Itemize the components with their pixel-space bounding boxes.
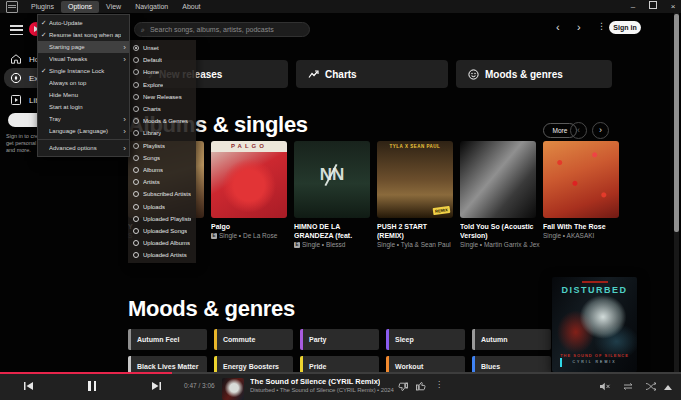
window-controls: – × bbox=[627, 0, 679, 13]
menu-item-single-instance-lock[interactable]: ✓ Single Instance Lock bbox=[38, 65, 129, 77]
mood-chip[interactable]: Commute bbox=[214, 329, 293, 350]
header-overflow-menu-icon[interactable]: ⋮ bbox=[597, 21, 606, 31]
library-icon bbox=[10, 94, 22, 106]
now-playing-subtitle[interactable]: Disturbed • The Sound of Silence (CYRIL … bbox=[250, 387, 394, 393]
album-art[interactable] bbox=[543, 141, 619, 218]
submenu-item-artists[interactable]: Artists bbox=[128, 176, 196, 188]
repeat-icon[interactable] bbox=[622, 382, 634, 391]
moods-section-title: Moods & genres bbox=[128, 296, 295, 322]
now-playing-artwork-popup[interactable]: DISTURBED THE SOUND OF SILENCE CYRIL REM… bbox=[552, 277, 637, 372]
albums-prev-button[interactable]: ‹ bbox=[570, 122, 587, 139]
menu-item-auto-update[interactable]: ✓ Auto-Update bbox=[38, 17, 129, 29]
expand-player-button[interactable] bbox=[664, 385, 672, 390]
signin-label: Sign in bbox=[613, 24, 636, 31]
search-input[interactable]: ⌕ Search songs, albums, artists, podcast… bbox=[134, 22, 310, 37]
artwork-decoration bbox=[560, 358, 562, 367]
mood-chip[interactable]: Sleep bbox=[386, 329, 465, 350]
submenu-item-albums[interactable]: Albums bbox=[128, 164, 196, 176]
volume-icon[interactable] bbox=[600, 382, 611, 391]
album-card[interactable]: Told You So (Acoustic Version) Single • … bbox=[460, 141, 539, 248]
menu-item-hide-menu[interactable]: Hide Menu bbox=[38, 89, 129, 101]
options-menu: ✓ Auto-Update ✓ Resume last song when ap… bbox=[37, 14, 130, 157]
search-placeholder: Search songs, albums, artists, podcasts bbox=[150, 26, 274, 33]
submenu-item-library[interactable]: Library bbox=[128, 127, 196, 139]
scrollbar-track[interactable] bbox=[674, 13, 679, 400]
next-track-button[interactable] bbox=[152, 381, 161, 391]
radio-icon bbox=[133, 167, 139, 173]
scrollbar-thumb[interactable] bbox=[674, 14, 679, 232]
menu-item-language[interactable]: Language (Language) › bbox=[38, 125, 129, 137]
submenu-item-uploads[interactable]: Uploads bbox=[128, 200, 196, 212]
pause-button[interactable] bbox=[88, 381, 96, 391]
submenu-item-home[interactable]: Home bbox=[128, 66, 196, 78]
submenu-item-new-releases[interactable]: New Releases bbox=[128, 91, 196, 103]
menubar-item-plugins[interactable]: Plugins bbox=[24, 1, 61, 13]
submenu-item-charts[interactable]: Charts bbox=[128, 103, 196, 115]
maximize-button[interactable] bbox=[647, 0, 659, 13]
app-icon bbox=[6, 1, 18, 13]
menu-item-start-at-login[interactable]: Start at login bbox=[38, 101, 129, 113]
menu-item-visual-tweaks[interactable]: Visual Tweaks › bbox=[38, 53, 129, 65]
submenu-item-songs[interactable]: Songs bbox=[128, 152, 196, 164]
submenu-item-label: Uploaded Artists bbox=[143, 252, 187, 258]
menu-item-starting-page[interactable]: Starting page › bbox=[38, 41, 129, 53]
previous-track-button[interactable] bbox=[24, 381, 33, 391]
album-card[interactable]: PALGO Palgo E Single • De La Rose bbox=[211, 141, 290, 239]
menu-item-always-on-top[interactable]: Always on top bbox=[38, 77, 129, 89]
album-art[interactable]: NN bbox=[294, 141, 370, 218]
albums-next-button[interactable]: › bbox=[592, 122, 609, 139]
category-button-charts[interactable]: Charts bbox=[296, 60, 448, 88]
mood-chip[interactable]: Autumn Feel bbox=[128, 329, 207, 350]
menubar-item-navigation[interactable]: Navigation bbox=[128, 1, 175, 13]
now-playing-title[interactable]: The Sound of Silence (CYRIL Remix) bbox=[250, 377, 380, 386]
submenu-item-uploaded-songs[interactable]: Uploaded Songs bbox=[128, 225, 196, 237]
now-playing-thumbnail[interactable] bbox=[222, 378, 244, 400]
submenu-item-playlists[interactable]: Playlists bbox=[128, 140, 196, 152]
album-art[interactable]: PALGO bbox=[211, 141, 287, 218]
submenu-item-label: Uploaded Playlists bbox=[143, 216, 191, 222]
submenu-item-uploaded-artists[interactable]: Uploaded Artists bbox=[128, 249, 196, 261]
album-card[interactable]: TYLA X SEAN PAUL REMIX PUSH 2 START (REM… bbox=[377, 141, 456, 248]
album-title: Palgo bbox=[211, 222, 289, 231]
shuffle-icon[interactable] bbox=[645, 382, 657, 391]
menu-item-tray[interactable]: Tray › bbox=[38, 113, 129, 125]
menu-item-resume-last-song[interactable]: ✓ Resume last song when app starts bbox=[38, 29, 129, 41]
album-subtitle: Single • Tyla & Sean Paul bbox=[377, 241, 456, 248]
mood-chip[interactable]: Autumn bbox=[472, 329, 551, 350]
submenu-item-label: Albums bbox=[143, 167, 163, 173]
submenu-item-default[interactable]: Default bbox=[128, 54, 196, 66]
submenu-item-uploaded-playlists[interactable]: Uploaded Playlists bbox=[128, 213, 196, 225]
seek-bar[interactable] bbox=[0, 372, 681, 374]
album-title: PUSH 2 START (REMIX) bbox=[377, 222, 455, 240]
category-button-moods-genres[interactable]: Moods & genres bbox=[456, 60, 612, 88]
menubar-item-options[interactable]: Options bbox=[61, 1, 99, 13]
album-card[interactable]: NN HIMNO DE LA GRANDEZA (feat. ATLETICO … bbox=[294, 141, 373, 248]
close-button[interactable]: × bbox=[667, 0, 679, 13]
history-back-button[interactable]: ‹ bbox=[556, 20, 560, 34]
more-label: More bbox=[553, 127, 568, 134]
submenu-item-unset[interactable]: Unset bbox=[128, 42, 196, 54]
album-card[interactable]: Fall With The Rose Single • AKASAKI bbox=[543, 141, 622, 239]
menubar-item-view[interactable]: View bbox=[99, 1, 128, 13]
submenu-item-moods-genres[interactable]: Moods & Genres bbox=[128, 115, 196, 127]
chip-label: Energy Boosters bbox=[217, 363, 279, 370]
thumbs-up-button[interactable] bbox=[416, 381, 426, 391]
minimize-button[interactable]: – bbox=[627, 0, 639, 13]
menu-item-label: Single Instance Lock bbox=[49, 68, 121, 74]
mood-chip[interactable]: Party bbox=[300, 329, 379, 350]
track-overflow-menu-icon[interactable]: ⋮ bbox=[435, 380, 443, 389]
history-forward-button[interactable]: › bbox=[577, 20, 581, 34]
search-icon: ⌕ bbox=[141, 26, 145, 34]
menu-item-advanced-options[interactable]: Advanced options › bbox=[38, 142, 129, 154]
menubar-item-about[interactable]: About bbox=[175, 1, 207, 13]
submenu-item-subscribed-artists[interactable]: Subscribed Artists bbox=[128, 188, 196, 200]
album-art[interactable] bbox=[460, 141, 536, 218]
radio-icon bbox=[133, 216, 139, 222]
thumbs-down-button[interactable] bbox=[398, 382, 408, 392]
header-signin-button[interactable]: Sign in bbox=[609, 21, 641, 34]
submenu-item-label: Explore bbox=[143, 82, 163, 88]
submenu-item-explore[interactable]: Explore bbox=[128, 79, 196, 91]
menu-hamburger-icon[interactable] bbox=[10, 25, 23, 35]
submenu-item-uploaded-albums[interactable]: Uploaded Albums bbox=[128, 237, 196, 249]
album-art[interactable]: TYLA X SEAN PAUL REMIX bbox=[377, 141, 453, 218]
